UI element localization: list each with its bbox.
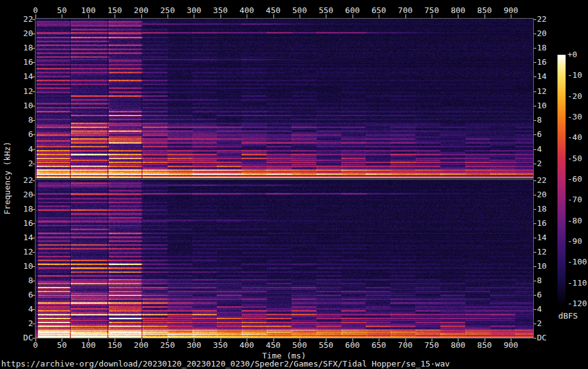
freq-tick-mark bbox=[534, 120, 536, 121]
freq-tick-label: 22 bbox=[0, 176, 33, 184]
time-tick-label: 750 bbox=[424, 341, 439, 349]
freq-tick-mark bbox=[32, 91, 35, 92]
time-tick-label: 500 bbox=[292, 341, 306, 349]
time-tick-label: 200 bbox=[134, 341, 148, 349]
freq-tick-label: 12 bbox=[537, 87, 547, 95]
freq-tick-label: 18 bbox=[537, 205, 547, 213]
freq-tick-label: 8 bbox=[0, 276, 33, 284]
time-tick-label: 850 bbox=[477, 6, 491, 14]
time-tick-mark bbox=[405, 14, 406, 18]
time-tick-mark bbox=[353, 14, 353, 18]
freq-tick-mark bbox=[32, 281, 35, 281]
freq-tick-mark bbox=[32, 134, 35, 135]
freq-tick-mark bbox=[32, 164, 35, 164]
freq-tick-mark bbox=[32, 338, 35, 339]
colorbar-tick-label: -110 bbox=[567, 279, 587, 287]
freq-tick-label: 6 bbox=[0, 130, 33, 138]
freq-tick-label: 20 bbox=[0, 29, 33, 37]
freq-tick-label: 22 bbox=[537, 15, 547, 23]
freq-tick-mark bbox=[534, 324, 536, 324]
freq-tick-label: 8 bbox=[537, 276, 542, 284]
time-tick-mark bbox=[88, 339, 89, 342]
freq-tick-mark bbox=[32, 106, 35, 106]
time-tick-mark bbox=[88, 14, 89, 18]
freq-tick-label: 14 bbox=[537, 72, 547, 80]
freq-tick-mark bbox=[534, 180, 536, 181]
freq-tick-label: 18 bbox=[0, 44, 33, 52]
time-tick-label: 0 bbox=[33, 341, 38, 349]
freq-tick-mark bbox=[534, 252, 536, 253]
time-tick-mark bbox=[511, 339, 511, 342]
time-tick-mark bbox=[300, 339, 300, 342]
spectrogram-channel-1 bbox=[36, 19, 533, 178]
freq-tick-mark bbox=[32, 19, 35, 20]
freq-tick-mark bbox=[534, 164, 536, 164]
freq-tick-label: 4 bbox=[0, 145, 33, 153]
colorbar-title: dBFS bbox=[558, 312, 577, 320]
time-tick-label: 50 bbox=[57, 341, 67, 349]
freq-tick-mark bbox=[534, 34, 536, 34]
time-tick-label: 800 bbox=[451, 341, 465, 349]
freq-tick-mark bbox=[32, 324, 35, 324]
colorbar-tick-label: -120 bbox=[567, 299, 587, 307]
freq-tick-label: 6 bbox=[0, 291, 33, 299]
freq-dc-label: DC bbox=[537, 334, 547, 342]
colorbar-tick-label: -100 bbox=[567, 258, 587, 266]
time-tick-label: 600 bbox=[345, 341, 359, 349]
freq-tick-label: 16 bbox=[537, 219, 547, 227]
time-tick-label: 550 bbox=[319, 6, 333, 14]
freq-tick-mark bbox=[534, 281, 536, 281]
freq-tick-label: 2 bbox=[537, 319, 542, 327]
freq-tick-label: 22 bbox=[0, 15, 33, 23]
freq-tick-mark bbox=[32, 238, 35, 238]
freq-tick-mark bbox=[534, 295, 536, 296]
spectrogram-channel-2-frame bbox=[35, 179, 534, 339]
time-tick-mark bbox=[247, 339, 247, 342]
time-tick-mark bbox=[36, 14, 36, 18]
time-tick-label: 100 bbox=[81, 6, 95, 14]
time-tick-label: 300 bbox=[187, 6, 201, 14]
freq-tick-label: 2 bbox=[0, 159, 33, 167]
freq-tick-label: 8 bbox=[537, 116, 542, 124]
time-tick-label: 400 bbox=[239, 6, 254, 14]
time-tick-mark bbox=[511, 14, 511, 18]
freq-tick-mark bbox=[534, 309, 536, 310]
time-tick-label: 650 bbox=[371, 341, 386, 349]
time-tick-label: 900 bbox=[503, 341, 518, 349]
freq-tick-label: 12 bbox=[537, 248, 547, 256]
time-tick-mark bbox=[247, 14, 247, 18]
time-tick-label: 350 bbox=[213, 341, 227, 349]
freq-tick-mark bbox=[32, 34, 35, 34]
freq-dc-label: DC bbox=[0, 334, 33, 342]
colorbar-tick-label: -70 bbox=[567, 195, 582, 203]
time-tick-mark bbox=[432, 14, 432, 18]
freq-tick-mark bbox=[534, 134, 536, 135]
time-tick-mark bbox=[379, 339, 379, 342]
freq-tick-mark bbox=[534, 77, 536, 77]
colorbar-tick-label: -90 bbox=[567, 237, 582, 245]
freq-tick-label: 10 bbox=[0, 101, 33, 110]
spectrogram-channel-1-frame bbox=[35, 18, 534, 179]
freq-tick-mark bbox=[32, 120, 35, 121]
freq-tick-label: 8 bbox=[0, 116, 33, 124]
freq-tick-mark bbox=[32, 309, 35, 310]
freq-tick-label: 16 bbox=[537, 58, 547, 66]
time-tick-mark bbox=[62, 339, 62, 342]
freq-tick-label: 18 bbox=[537, 44, 547, 52]
time-tick-mark bbox=[36, 339, 36, 342]
freq-tick-mark bbox=[32, 180, 35, 181]
colorbar-tick-label: -80 bbox=[567, 217, 582, 225]
colorbar-tick-label: +0 bbox=[567, 50, 577, 58]
freq-tick-label: 6 bbox=[537, 130, 542, 138]
freq-tick-mark bbox=[32, 62, 35, 63]
freq-tick-label: 20 bbox=[0, 190, 33, 199]
freq-tick-label: 10 bbox=[537, 262, 547, 270]
freq-tick-mark bbox=[32, 209, 35, 210]
freq-tick-label: 4 bbox=[537, 145, 542, 153]
time-tick-mark bbox=[458, 339, 458, 342]
freq-tick-mark bbox=[534, 338, 536, 339]
freq-tick-mark bbox=[534, 238, 536, 238]
time-tick-mark bbox=[194, 14, 194, 18]
freq-tick-label: 20 bbox=[537, 29, 547, 37]
time-tick-mark bbox=[353, 339, 353, 342]
